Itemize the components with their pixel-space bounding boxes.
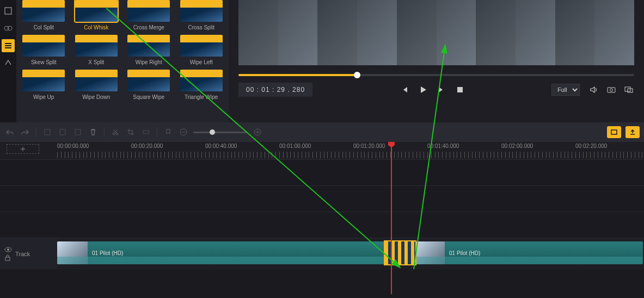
undo-button[interactable] <box>4 127 15 138</box>
preview-panel: 00 : 01 : 29 . 280 Full <box>229 0 644 122</box>
transition-x-split[interactable]: X Split <box>73 35 120 65</box>
track-content[interactable]: 01 Pilot (HD) 01 Pilot (HD) <box>57 238 644 269</box>
transition-cross-split[interactable]: Cross Split <box>179 0 225 30</box>
transition-clip[interactable] <box>385 241 415 264</box>
transition-label: Triangle Wipe <box>179 94 225 100</box>
svg-point-2 <box>8 26 12 30</box>
ruler-mark: 00:01:00.000 <box>279 143 311 149</box>
svg-rect-6 <box>457 87 463 92</box>
transition-label: Wipe Right <box>126 59 172 65</box>
sidebar-media-icon[interactable] <box>2 4 15 17</box>
timeline: 00:00:00.00000:00:20.00000:00:40.00000:0… <box>0 142 644 269</box>
svg-point-14 <box>113 133 115 135</box>
marker-button[interactable] <box>163 127 174 138</box>
play-button[interactable] <box>418 84 428 95</box>
clip-2[interactable]: 01 Pilot (HD) <box>414 241 643 264</box>
transition-col-whisk[interactable]: Col Whisk <box>73 0 120 30</box>
tool-6-icon[interactable] <box>140 127 151 138</box>
clip-label: 01 Pilot (HD) <box>445 250 484 256</box>
transition-col-split[interactable]: Col Split <box>21 0 67 30</box>
tool-1-icon[interactable] <box>42 127 53 138</box>
svg-rect-27 <box>5 257 10 260</box>
preview-video[interactable] <box>238 0 634 65</box>
empty-track-1[interactable] <box>0 159 644 185</box>
scrubber-handle[interactable] <box>354 72 360 78</box>
render-button[interactable] <box>607 126 621 138</box>
svg-rect-13 <box>75 129 81 135</box>
svg-point-26 <box>7 249 9 251</box>
transitions-panel: Col SplitCol WhiskCross MergeCross Split… <box>16 0 229 122</box>
snapshot-icon[interactable] <box>606 84 617 95</box>
redo-button[interactable] <box>20 127 30 138</box>
ruler-mark: 00:00:40.000 <box>205 143 237 149</box>
zoom-out-button[interactable] <box>178 127 189 138</box>
visibility-icon[interactable] <box>4 247 12 252</box>
transition-wipe-up[interactable]: Wipe Up <box>21 70 67 100</box>
timeline-ruler[interactable]: 00:00:00.00000:00:20.00000:00:40.00000:0… <box>0 142 644 159</box>
transition-wipe-right[interactable]: Wipe Right <box>126 35 172 65</box>
svg-rect-22 <box>611 130 617 134</box>
ruler-mark: 00:00:20.000 <box>131 143 163 149</box>
quality-select[interactable]: Full <box>551 84 580 96</box>
audio-icon[interactable] <box>588 84 599 95</box>
transition-label: Col Whisk <box>73 24 120 30</box>
svg-rect-12 <box>60 129 65 135</box>
transition-triangle-wipe[interactable]: Triangle Wipe <box>179 70 225 100</box>
transition-label: Square Wipe <box>126 94 172 100</box>
transition-skew-split[interactable]: Skew Split <box>21 35 67 65</box>
clip-label: 01 Pilot (HD) <box>88 250 127 256</box>
cut-button[interactable] <box>110 127 121 138</box>
zoom-handle[interactable] <box>210 129 215 135</box>
svg-rect-11 <box>45 129 50 135</box>
prev-frame-button[interactable] <box>399 84 410 95</box>
delete-button[interactable] <box>88 127 99 138</box>
transition-label: X Split <box>73 59 120 65</box>
playhead[interactable] <box>391 142 392 294</box>
video-track: Track 01 Pilot (HD) 01 Pilot (HD) <box>0 238 644 269</box>
transition-wipe-down[interactable]: Wipe Down <box>73 70 120 100</box>
svg-point-15 <box>116 133 118 135</box>
transition-label: Col Split <box>21 24 67 30</box>
svg-rect-7 <box>608 88 615 92</box>
crop-button[interactable] <box>125 127 136 138</box>
sidebar <box>0 0 16 122</box>
transition-label: Cross Merge <box>126 24 172 30</box>
svg-rect-0 <box>5 8 11 14</box>
clip-1[interactable]: 01 Pilot (HD) <box>57 241 388 264</box>
transition-label: Skew Split <box>21 59 67 65</box>
transition-wipe-left[interactable]: Wipe Left <box>179 35 225 65</box>
svg-rect-16 <box>143 131 149 134</box>
tool-3-icon[interactable] <box>72 127 83 138</box>
sidebar-transitions-icon[interactable] <box>2 39 15 52</box>
add-track-button[interactable] <box>7 144 39 154</box>
stop-button[interactable] <box>455 84 465 95</box>
toolbar <box>0 122 644 142</box>
export-button[interactable] <box>625 126 640 138</box>
sidebar-effects-icon[interactable] <box>2 57 15 70</box>
track-label: Track <box>15 251 30 257</box>
ruler-mark: 00:01:20.000 <box>353 143 385 149</box>
preview-timecode: 00 : 01 : 29 . 280 <box>238 83 312 97</box>
ruler-mark: 00:02:00.000 <box>501 143 533 149</box>
preview-scrubber[interactable] <box>238 74 634 76</box>
zoom-in-button[interactable] <box>252 127 263 138</box>
transition-label: Wipe Up <box>21 94 67 100</box>
svg-point-8 <box>610 89 612 91</box>
transition-label: Wipe Left <box>179 59 225 65</box>
transition-square-wipe[interactable]: Square Wipe <box>126 70 172 100</box>
ruler-mark: 00:00:00.000 <box>57 143 89 149</box>
zoom-slider[interactable] <box>193 132 248 133</box>
lock-icon[interactable] <box>4 254 12 261</box>
transition-cross-merge[interactable]: Cross Merge <box>126 0 172 30</box>
empty-track-3[interactable] <box>0 212 644 238</box>
sidebar-color-icon[interactable] <box>2 22 15 35</box>
tool-2-icon[interactable] <box>57 127 68 138</box>
empty-track-2[interactable] <box>0 185 644 212</box>
fullscreen-icon[interactable] <box>623 84 634 95</box>
ruler-mark: 00:01:40.000 <box>427 143 459 149</box>
next-frame-button[interactable] <box>436 84 447 95</box>
ruler-mark: 00:02:20.000 <box>575 143 607 149</box>
transition-label: Wipe Down <box>73 94 120 100</box>
transition-label: Cross Split <box>179 24 225 30</box>
